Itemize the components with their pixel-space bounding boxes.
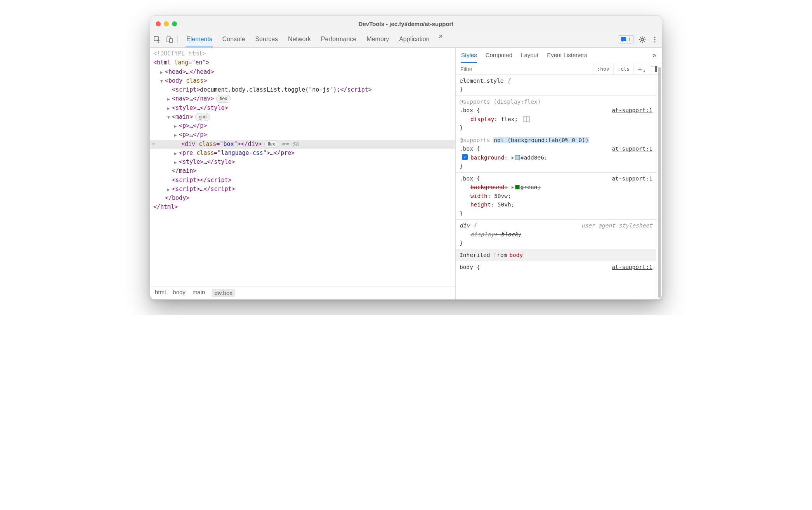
content-area: <!DOCTYPE html> <html lang="en"> ▶<head>…	[150, 48, 662, 299]
crumb-div-box[interactable]: div.box	[212, 289, 234, 297]
issues-count: 1	[628, 36, 631, 42]
dom-panel: <!DOCTYPE html> <html lang="en"> ▶<head>…	[150, 48, 455, 299]
sub-tab-more-icon[interactable]: »	[652, 51, 656, 59]
devtools-window: DevTools - jec.fyi/demo/at-support Eleme…	[150, 16, 662, 300]
dom-tree[interactable]: <!DOCTYPE html> <html lang="en"> ▶<head>…	[150, 48, 455, 286]
sub-tab-styles[interactable]: Styles	[461, 48, 477, 63]
flex-badge[interactable]: flex	[216, 95, 231, 103]
nav-node[interactable]: ▶<nav>…</nav>flex	[153, 94, 452, 103]
main-close[interactable]: </main>	[153, 167, 452, 175]
svg-point-5	[654, 39, 655, 40]
sub-tab-computed[interactable]: Computed	[486, 48, 512, 63]
crumb-html[interactable]: html	[155, 289, 166, 297]
svg-point-6	[654, 41, 655, 42]
p1-node[interactable]: ▶<p>…</p>	[153, 121, 452, 130]
sub-tab-layout[interactable]: Layout	[521, 48, 538, 63]
script2-node[interactable]: <script></script>	[153, 176, 452, 185]
tab-network[interactable]: Network	[287, 32, 312, 47]
highlighted-condition: not (background:lab(0% 0 0))	[493, 137, 589, 143]
titlebar: DevTools - jec.fyi/demo/at-support	[150, 16, 662, 31]
dom-breadcrumbs: html body main div.box	[150, 286, 455, 299]
tab-sources[interactable]: Sources	[254, 32, 279, 47]
tab-console[interactable]: Console	[222, 32, 246, 47]
body-close[interactable]: </body>	[153, 194, 452, 203]
selected-div-node[interactable]: <div class="box"></div>flex== $0	[150, 140, 455, 149]
rule-supports-flex[interactable]: @supports (display:flex) .box {at-suppor…	[456, 96, 656, 134]
tab-performance[interactable]: Performance	[320, 32, 357, 47]
more-tabs-icon[interactable]: »	[439, 32, 442, 47]
cls-toggle[interactable]: .cls	[613, 63, 633, 75]
styles-filter-bar: :hov .cls +	[456, 63, 662, 75]
tab-memory[interactable]: Memory	[366, 32, 390, 47]
script3-node[interactable]: ▶<script>…</script>	[153, 185, 452, 194]
grid-badge[interactable]: grid	[195, 113, 210, 121]
styles-sub-tabs: Styles Computed Layout Event Listeners »	[456, 48, 662, 63]
rule-supports-not-lab[interactable]: @supports not (background:lab(0% 0 0)) .…	[456, 134, 656, 173]
styles-panel: Styles Computed Layout Event Listeners »…	[455, 48, 662, 299]
source-link[interactable]: at-support:1	[612, 106, 652, 114]
style1-node[interactable]: ▶<style>…</style>	[153, 104, 452, 113]
svg-rect-2	[170, 38, 172, 43]
svg-point-3	[641, 38, 644, 40]
source-link[interactable]: at-support:1	[612, 144, 652, 153]
minimize-window-button[interactable]	[164, 21, 169, 26]
window-controls	[156, 21, 177, 26]
device-toolbar-icon[interactable]	[166, 36, 174, 43]
flex-badge[interactable]: flex	[264, 140, 279, 148]
inspect-element-icon[interactable]	[153, 36, 161, 43]
tab-elements[interactable]: Elements	[186, 32, 213, 47]
rule-box[interactable]: .box {at-support:1 background: green; wi…	[456, 173, 656, 220]
tab-application[interactable]: Application	[398, 32, 430, 47]
computed-sidebar-toggle-icon[interactable]	[646, 63, 662, 75]
sub-tab-event-listeners[interactable]: Event Listeners	[547, 48, 587, 63]
window-title: DevTools - jec.fyi/demo/at-support	[150, 21, 662, 27]
ua-source-label: user agent stylesheet	[581, 221, 652, 230]
rule-div-ua[interactable]: div {user agent stylesheet display: bloc…	[456, 220, 656, 249]
issues-badge[interactable]: 1	[618, 35, 634, 43]
panel-tabs: Elements Console Sources Network Perform…	[186, 32, 616, 47]
style2-node[interactable]: ▶<style>…</style>	[153, 158, 452, 167]
hov-toggle[interactable]: :hov	[593, 63, 613, 75]
main-toolbar: Elements Console Sources Network Perform…	[150, 31, 662, 48]
crumb-main[interactable]: main	[193, 289, 205, 297]
maximize-window-button[interactable]	[172, 21, 177, 26]
expand-shorthand-icon[interactable]	[512, 156, 514, 160]
script-node[interactable]: <script>document.body.classList.toggle("…	[153, 85, 452, 94]
head-node[interactable]: ▶<head>…</head>	[153, 68, 452, 76]
p2-node[interactable]: ▶<p>…</p>	[153, 130, 452, 139]
color-swatch-icon[interactable]	[515, 155, 520, 160]
rule-body[interactable]: body {at-support:1	[456, 261, 656, 273]
inherited-separator: Inherited from body	[456, 249, 656, 261]
settings-gear-icon[interactable]	[638, 36, 646, 43]
expand-shorthand-icon[interactable]	[512, 186, 514, 189]
body-node[interactable]: ▼<body class>	[153, 76, 452, 85]
source-link[interactable]: at-support:1	[612, 263, 652, 271]
flex-grid-icon[interactable]	[523, 116, 530, 122]
more-menu-icon[interactable]	[651, 36, 659, 43]
main-node[interactable]: ▼<main>grid	[153, 113, 452, 121]
pre-node[interactable]: ▶<pre class="language-css">…</pre>	[153, 149, 452, 158]
property-checkbox[interactable]	[462, 154, 468, 160]
rule-element-style[interactable]: element.style { }	[456, 75, 656, 96]
html-open[interactable]: <html lang="en">	[153, 58, 452, 67]
crumb-body[interactable]: body	[173, 289, 186, 297]
close-window-button[interactable]	[156, 21, 161, 26]
style-rules-list: element.style { } @supports (display:fle…	[456, 75, 662, 299]
doctype-line[interactable]: <!DOCTYPE html>	[153, 49, 452, 58]
color-swatch-icon[interactable]	[515, 185, 520, 189]
source-link[interactable]: at-support:1	[612, 174, 652, 183]
svg-point-4	[654, 36, 655, 38]
styles-filter-input[interactable]	[456, 63, 593, 75]
new-style-rule-button[interactable]: +	[633, 63, 646, 75]
html-close[interactable]: </html>	[153, 203, 452, 212]
